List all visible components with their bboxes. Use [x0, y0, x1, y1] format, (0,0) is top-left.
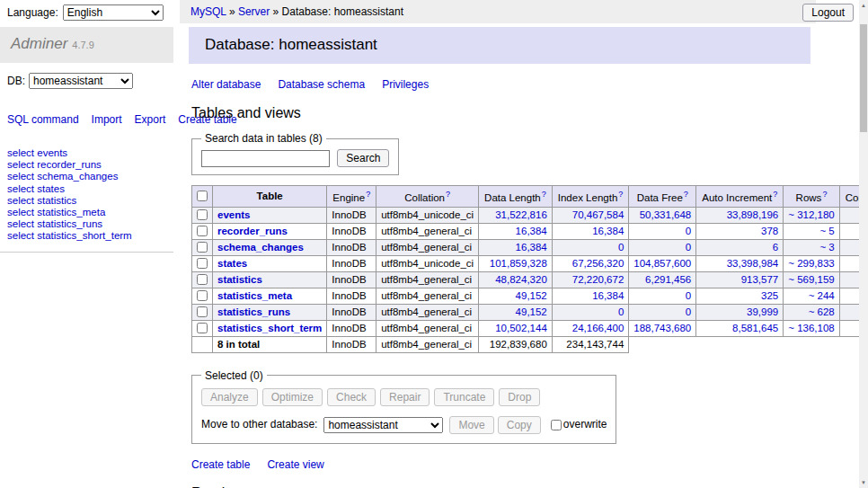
help-link[interactable]: ? [822, 190, 827, 199]
rows-link[interactable]: ~ 136,108 [788, 323, 834, 333]
data-length-link[interactable]: 31,522,816 [495, 209, 547, 220]
db-link-alter-database[interactable]: Alter database [191, 78, 261, 91]
link-create-view[interactable]: Create view [267, 458, 323, 471]
data-free-link[interactable]: 0 [686, 242, 691, 253]
breadcrumb-link-mysql[interactable]: MySQL [190, 5, 226, 18]
help-link[interactable]: ? [618, 190, 623, 199]
data-length-link[interactable]: 16,384 [516, 242, 547, 253]
table-link-statistics[interactable]: statistics [217, 274, 262, 285]
table-link-schema-changes[interactable]: schema_changes [217, 242, 304, 253]
index-length-link[interactable]: 0 [618, 306, 624, 317]
language-select[interactable]: English [63, 4, 164, 21]
auto-increment-link[interactable]: 325 [761, 290, 778, 301]
index-length-link[interactable]: 24,166,400 [572, 323, 624, 333]
auto-increment-link[interactable]: 33,898,196 [727, 209, 779, 220]
auto-increment-link[interactable]: 913,577 [741, 274, 779, 285]
search-input[interactable] [201, 150, 330, 167]
table-link-statistics-short-term[interactable]: statistics_short_term [217, 323, 322, 333]
row-checkbox[interactable] [197, 323, 208, 333]
optimize-button[interactable]: Optimize [262, 388, 323, 406]
data-free-link[interactable]: 0 [686, 226, 691, 236]
sidebar-action-sql-command[interactable]: SQL command [7, 113, 79, 126]
table-link-statistics-runs[interactable]: statistics_runs [217, 306, 290, 317]
scrollbar-down-arrow[interactable]: ▼ [859, 477, 868, 488]
move-db-select[interactable]: homeassistant [323, 417, 443, 433]
auto-increment-link[interactable]: 39,999 [747, 306, 778, 317]
sidebar-select-events[interactable]: select events [7, 147, 166, 159]
row-checkbox[interactable] [197, 226, 208, 236]
data-length-link[interactable]: 48,824,320 [495, 274, 547, 285]
repair-button[interactable]: Repair [380, 388, 430, 406]
breadcrumb-link-server[interactable]: Server [238, 5, 270, 18]
sidebar-select-states[interactable]: select states [7, 183, 166, 195]
data-free-link[interactable]: 0 [686, 290, 691, 301]
table-link-events[interactable]: events [217, 209, 250, 220]
db-link-database-schema[interactable]: Database schema [278, 78, 365, 91]
rows-link[interactable]: ~ 5 [819, 226, 834, 236]
sidebar-select-recorder-runs[interactable]: select recorder_runs [7, 159, 166, 171]
data-length-link[interactable]: 49,152 [516, 306, 547, 317]
help-link[interactable]: ? [684, 190, 688, 199]
table-link-recorder-runs[interactable]: recorder_runs [217, 226, 288, 236]
data-length-link[interactable]: 49,152 [516, 290, 547, 301]
help-link[interactable]: ? [542, 190, 546, 199]
analyze-button[interactable]: Analyze [201, 388, 258, 406]
help-link[interactable]: ? [773, 190, 777, 199]
scrollbar[interactable]: ▲ ▼ [859, 0, 868, 488]
auto-increment-link[interactable]: 8,581,645 [732, 323, 778, 333]
scrollbar-thumb[interactable] [860, 24, 867, 132]
logout-button[interactable]: Logout [802, 4, 854, 22]
row-checkbox[interactable] [197, 242, 208, 253]
rows-link[interactable]: ~ 299,833 [788, 258, 834, 269]
rows-link[interactable]: ~ 244 [809, 290, 835, 301]
row-checkbox[interactable] [197, 290, 208, 301]
auto-increment-link[interactable]: 33,398,984 [727, 258, 779, 269]
data-free-link[interactable]: 104,857,600 [633, 258, 691, 269]
row-checkbox[interactable] [197, 306, 208, 317]
index-length-link[interactable]: 16,384 [592, 290, 624, 301]
sidebar-select-schema-changes[interactable]: select schema_changes [7, 171, 166, 182]
rows-link[interactable]: ~ 312,180 [788, 209, 834, 220]
data-length-link[interactable]: 16,384 [516, 226, 547, 236]
check-button[interactable]: Check [327, 388, 376, 406]
data-free-link[interactable]: 188,743,680 [633, 323, 691, 333]
sidebar-select-statistics-short-term[interactable]: select statistics_short_term [7, 230, 166, 242]
index-length-link[interactable]: 16,384 [592, 226, 624, 236]
truncate-button[interactable]: Truncate [434, 388, 494, 406]
move-button[interactable]: Move [449, 416, 493, 434]
row-checkbox[interactable] [197, 274, 208, 285]
sidebar-action-import[interactable]: Import [92, 113, 122, 126]
auto-increment-link[interactable]: 6 [773, 242, 778, 253]
rows-link[interactable]: ~ 569,159 [788, 274, 834, 285]
scrollbar-up-arrow[interactable]: ▲ [859, 0, 868, 11]
index-length-link[interactable]: 67,256,320 [572, 258, 624, 269]
index-length-link[interactable]: 72,220,672 [572, 274, 624, 285]
data-free-link[interactable]: 50,331,648 [640, 209, 692, 220]
row-checkbox[interactable] [197, 209, 208, 220]
db-select[interactable]: homeassistant [29, 73, 133, 89]
sidebar-select-statistics-runs[interactable]: select statistics_runs [7, 218, 166, 230]
sidebar-action-export[interactable]: Export [135, 113, 166, 126]
data-length-link[interactable]: 101,859,328 [490, 258, 547, 269]
sidebar-select-statistics-meta[interactable]: select statistics_meta [7, 207, 166, 218]
drop-button[interactable]: Drop [499, 388, 540, 406]
sidebar-select-statistics[interactable]: select statistics [7, 195, 166, 207]
data-free-link[interactable]: 0 [686, 306, 691, 317]
db-link-privileges[interactable]: Privileges [382, 78, 429, 91]
rows-link[interactable]: ~ 3 [819, 242, 834, 253]
row-checkbox[interactable] [197, 258, 208, 269]
help-link[interactable]: ? [446, 190, 450, 199]
link-create-table[interactable]: Create table [191, 458, 250, 471]
index-length-link[interactable]: 0 [618, 242, 624, 253]
select-all-checkbox[interactable] [197, 191, 208, 201]
table-link-statistics-meta[interactable]: statistics_meta [217, 290, 292, 301]
copy-button[interactable]: Copy [498, 416, 541, 434]
index-length-link[interactable]: 70,467,584 [572, 209, 624, 220]
overwrite-checkbox[interactable] [551, 420, 562, 430]
search-button[interactable]: Search [337, 149, 389, 167]
help-link[interactable]: ? [366, 190, 370, 199]
rows-link[interactable]: ~ 628 [809, 306, 835, 317]
data-length-link[interactable]: 10,502,144 [495, 323, 547, 333]
auto-increment-link[interactable]: 378 [761, 226, 778, 236]
table-link-states[interactable]: states [217, 258, 247, 269]
